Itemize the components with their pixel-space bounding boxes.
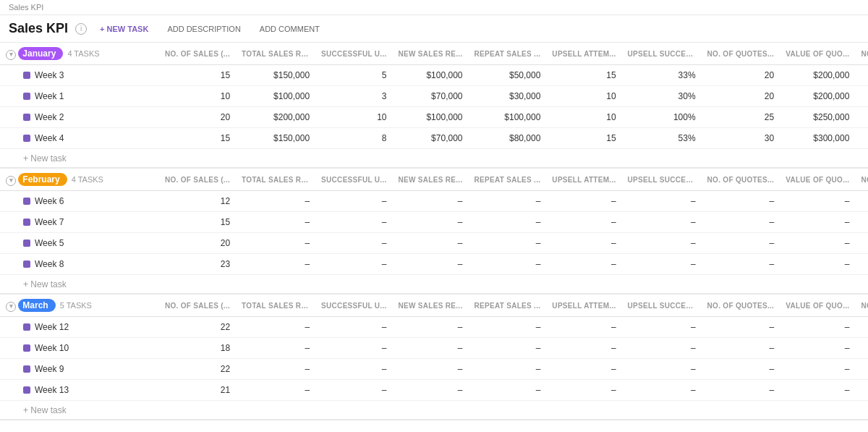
cell-sales_count: 10: [159, 86, 236, 107]
cell-quotes_val: –: [780, 254, 855, 275]
chevron-march[interactable]: ▾: [6, 302, 16, 312]
group-header-january: ▾ January4 TASKSNO. OF SALES (...TOTAL S…: [0, 43, 868, 65]
group-label-march[interactable]: ▾ March5 TASKS: [0, 294, 159, 317]
task-name[interactable]: Week 3: [35, 70, 64, 80]
task-count-january: 4 TASKS: [67, 49, 99, 58]
task-icon: [23, 114, 30, 121]
cell-sales_count: 22: [159, 359, 236, 380]
new-task-button[interactable]: + NEW TASK: [94, 22, 154, 35]
task-name[interactable]: Week 10: [35, 343, 69, 353]
cell-quotes_no: 20: [702, 86, 780, 107]
cell-quotes_no: –: [702, 191, 780, 212]
cell-total_rev: –: [236, 359, 315, 380]
task-name-cell: Week 9: [0, 359, 159, 380]
new-task-link-march[interactable]: + New task: [23, 405, 67, 415]
month-badge-january[interactable]: January: [18, 47, 63, 60]
cell-successful: 8: [315, 128, 392, 149]
kpi-table: ▾ January4 TASKSNO. OF SALES (...TOTAL S…: [0, 43, 868, 420]
cell-upsell_att: –: [546, 212, 621, 233]
cell-quotes_val: –: [780, 317, 855, 338]
add-description-button[interactable]: ADD DESCRIPTION: [161, 22, 246, 35]
cell-upsell_att: 15: [546, 65, 621, 86]
cell-repeat_sales: –: [469, 254, 547, 275]
cell-sales_count: 15: [159, 65, 236, 86]
task-name[interactable]: Week 1: [35, 91, 64, 101]
page-title: Sales KPI: [9, 21, 68, 36]
task-name-cell: Week 1: [0, 86, 159, 107]
task-name-cell: Week 4: [0, 128, 159, 149]
task-name[interactable]: Week 5: [35, 238, 64, 248]
task-name[interactable]: Week 7: [35, 217, 64, 227]
cell-upsell_att: –: [546, 380, 621, 401]
month-badge-march[interactable]: March: [18, 299, 55, 312]
cell-repeat_sales: –: [469, 212, 547, 233]
new-task-link-january[interactable]: + New task: [23, 153, 67, 164]
app-title: Sales KPI: [9, 3, 43, 12]
table-row: Week 1222–––––––––: [0, 317, 868, 338]
task-name[interactable]: Week 2: [35, 112, 64, 122]
col-header-no_pro: NO. OF PRO: [855, 168, 868, 191]
group-label-january[interactable]: ▾ January4 TASKS: [0, 43, 159, 65]
task-name-cell: Week 10: [0, 338, 159, 359]
cell-quotes_no: –: [702, 233, 780, 254]
col-header-upsell_att: UPSELL ATTEM...: [546, 294, 621, 317]
task-name[interactable]: Week 13: [35, 385, 69, 395]
task-name[interactable]: Week 8: [35, 259, 64, 269]
col-header-total_rev: TOTAL SALES REVE...: [236, 168, 315, 191]
cell-repeat_sales: –: [469, 233, 547, 254]
task-name-cell: Week 2: [0, 107, 159, 128]
cell-repeat_sales: –: [469, 359, 547, 380]
cell-successful: –: [315, 212, 392, 233]
cell-successful: –: [315, 233, 392, 254]
task-icon: [23, 323, 30, 331]
task-name[interactable]: Week 12: [35, 322, 69, 332]
cell-quotes_val: $200,000: [780, 86, 855, 107]
task-name[interactable]: Week 9: [35, 364, 64, 374]
cell-repeat_sales: –: [469, 191, 547, 212]
cell-no_pro: 15: [855, 128, 868, 149]
cell-upsell_rate: –: [622, 191, 702, 212]
cell-sales_count: 23: [159, 254, 236, 275]
add-comment-button[interactable]: ADD COMMENT: [254, 22, 326, 35]
task-name[interactable]: Week 4: [35, 133, 64, 143]
col-header-repeat_sales: REPEAT SALES ...: [469, 43, 547, 65]
cell-no_pro: 10: [855, 86, 868, 107]
group-label-february[interactable]: ▾ February4 TASKS: [0, 168, 159, 191]
cell-quotes_no: –: [702, 212, 780, 233]
cell-successful: –: [315, 254, 392, 275]
task-icon: [23, 261, 30, 268]
col-header-total_rev: TOTAL SALES REVE...: [236, 43, 315, 65]
cell-repeat_sales: $50,000: [469, 65, 547, 86]
task-name[interactable]: Week 6: [35, 196, 64, 206]
cell-successful: –: [315, 380, 392, 401]
info-icon[interactable]: i: [75, 23, 87, 35]
cell-no_pro: 12: [855, 107, 868, 128]
cell-successful: 10: [315, 107, 392, 128]
new-task-link-february[interactable]: + New task: [23, 279, 67, 289]
cell-upsell_att: –: [546, 359, 621, 380]
cell-no_pro: –: [855, 359, 868, 380]
col-header-new_sales: NEW SALES RE...: [393, 294, 469, 317]
chevron-january[interactable]: ▾: [6, 50, 16, 60]
cell-successful: –: [315, 317, 392, 338]
cell-upsell_att: –: [546, 254, 621, 275]
cell-quotes_val: $250,000: [780, 107, 855, 128]
cell-total_rev: $150,000: [236, 65, 315, 86]
col-header-new_sales: NEW SALES RE...: [393, 43, 469, 65]
cell-sales_count: 12: [159, 191, 236, 212]
task-name-cell: Week 5: [0, 233, 159, 254]
col-header-repeat_sales: REPEAT SALES ...: [469, 294, 547, 317]
task-name-cell: Week 6: [0, 191, 159, 212]
task-icon: [23, 93, 30, 100]
cell-no_pro: –: [855, 380, 868, 401]
new-task-row-march: + New task: [0, 401, 868, 420]
chevron-february[interactable]: ▾: [6, 176, 16, 186]
cell-upsell_rate: 30%: [622, 86, 702, 107]
task-icon: [23, 240, 30, 247]
task-icon: [23, 365, 30, 373]
cell-quotes_no: 25: [702, 107, 780, 128]
task-count-february: 4 TASKS: [72, 175, 103, 184]
cell-upsell_rate: 53%: [622, 128, 702, 149]
month-badge-february[interactable]: February: [18, 173, 67, 186]
cell-sales_count: 15: [159, 212, 236, 233]
